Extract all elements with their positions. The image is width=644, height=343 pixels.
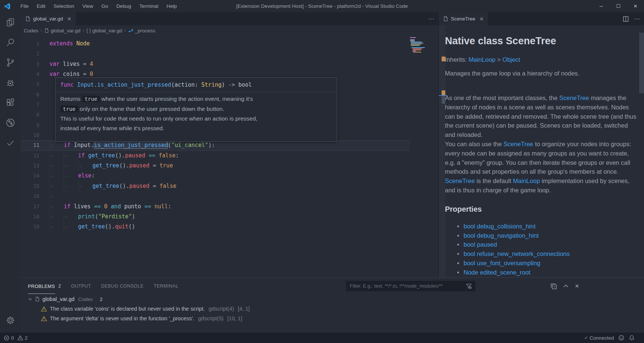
problem-message: The argument 'delta' is never used in th… — [50, 315, 194, 321]
doc-property-link[interactable]: bool debug_collisions_hint — [464, 223, 536, 230]
menu-item-help[interactable]: Help — [162, 0, 181, 12]
close-window-button[interactable]: ✕ — [627, 0, 644, 12]
doc-property-link[interactable]: bool use_font_oversampling — [464, 260, 540, 266]
doc-property-link[interactable]: bool refuse_new_network_connections — [464, 250, 570, 257]
scenetree-doc-panel[interactable]: Native class SceneTree Inherits: MainLoo… — [439, 25, 644, 278]
tab-scenetree[interactable]: SceneTree ✕ — [439, 12, 488, 25]
panel-tab-problems[interactable]: PROBLEMS2 — [28, 278, 61, 294]
code-line-15[interactable]: 15→→→get_tree().paused = false — [21, 181, 438, 191]
breadcrumb-item-codes[interactable]: Codes — [24, 28, 38, 33]
code-line-13[interactable]: 13→→→get_tree().paused = true — [21, 161, 438, 171]
menu-item-terminal[interactable]: Terminal — [135, 0, 162, 12]
status-problems[interactable]: 0 2 — [4, 333, 28, 343]
problems-filter-input[interactable]: Filter. E.g.: text, **/*.ts, !**/node_mo… — [346, 281, 475, 291]
line-number: 3 — [21, 59, 39, 69]
close-tab-icon[interactable]: ✕ — [67, 16, 71, 22]
more-actions-icon[interactable]: ⋯ — [428, 15, 435, 22]
maximize-button[interactable]: ☐ — [610, 0, 627, 12]
menu-bar: FileEditSelectionViewGoDebugTerminalHelp — [16, 0, 181, 12]
minimize-button[interactable]: ─ — [593, 0, 610, 12]
panel-tab-output[interactable]: OUTPUT — [71, 278, 91, 294]
code-line-1[interactable]: 1extends Node — [21, 39, 438, 49]
problem-location: [4, 1] — [238, 306, 250, 312]
breadcrumb-item-global_var-gd[interactable]: { }global_var.gd — [86, 28, 122, 33]
doc-scrollbar[interactable] — [639, 33, 644, 93]
breadcrumb-item-_process[interactable]: _process — [128, 28, 156, 33]
source-control-icon[interactable] — [0, 52, 21, 73]
code-line-16[interactable]: 16→ — [21, 191, 438, 201]
code-line-12[interactable]: 12→→if get_tree().paused == false: — [21, 151, 438, 161]
code-editor[interactable]: 1extends Node23var lives = 44var coins =… — [21, 36, 438, 278]
menu-item-go[interactable]: Go — [97, 0, 112, 12]
code-line-17[interactable]: 17→if lives == 0 and punto == null: — [21, 202, 438, 212]
doc-link-scenetree[interactable]: SceneTree — [445, 177, 475, 184]
more-actions-icon[interactable]: ⋯ — [634, 15, 640, 22]
tab-whitespace: → — [49, 202, 64, 212]
breadcrumb-item-global_var-gd[interactable]: global_var.gd — [44, 28, 80, 33]
problems-count-badge: 2 — [58, 283, 61, 289]
maximize-panel-icon[interactable] — [563, 283, 569, 289]
code-token: get_tree — [92, 162, 119, 169]
notifications-bell-icon[interactable] — [629, 335, 635, 341]
doc-link-object[interactable]: Object — [503, 56, 520, 63]
code-token: lives — [70, 203, 94, 210]
code-token: = — [153, 183, 156, 189]
circle-branch-icon[interactable] — [0, 113, 21, 133]
line-number: 15 — [21, 181, 39, 191]
tab-global-var-gd[interactable]: global_var.gd ✕ — [21, 12, 76, 25]
explorer-icon[interactable] — [0, 12, 21, 32]
doc-link-mainloop[interactable]: MainLoop — [513, 177, 540, 184]
code-line-2[interactable]: 2 — [21, 49, 438, 59]
code-token: print — [78, 213, 95, 220]
code-line-19[interactable]: 19→→get_tree().quit() — [21, 222, 438, 232]
doc-summary: Manages the game loop via a hierarchy of… — [445, 70, 637, 77]
split-editor-icon[interactable] — [623, 16, 629, 22]
line-number: 14 — [21, 171, 39, 181]
menu-item-debug[interactable]: Debug — [112, 0, 135, 12]
panel-tab-debug-console[interactable]: DEBUG CONSOLE — [101, 278, 144, 294]
panel-tab-terminal[interactable]: TERMINAL — [154, 278, 178, 294]
doc-link-scenetree[interactable]: SceneTree — [503, 141, 533, 147]
settings-gear-icon[interactable] — [0, 315, 21, 325]
code-token: if — [64, 142, 70, 148]
testing-icon[interactable] — [0, 133, 21, 153]
code-line-18[interactable]: 18→→print("Perdiste") — [21, 212, 438, 222]
doc-property-link[interactable]: bool debug_navigation_hint — [464, 232, 539, 239]
extensions-icon[interactable] — [0, 93, 21, 113]
title-bar: FileEditSelectionViewGoDebugTerminalHelp… — [0, 0, 644, 12]
feedback-smiley-icon[interactable] — [618, 335, 624, 341]
tab-whitespace: → — [49, 141, 64, 151]
doc-property-link[interactable]: bool paused — [464, 241, 497, 248]
line-number: 5 — [21, 79, 39, 89]
run-and-debug-icon[interactable] — [0, 73, 21, 93]
hover-signature: func Input.is_action_just_pressed(action… — [55, 78, 337, 91]
doc-link-mainloop[interactable]: MainLoop — [468, 56, 495, 63]
close-tab-icon[interactable]: ✕ — [480, 16, 484, 22]
filter-icon[interactable] — [466, 283, 472, 289]
doc-link-scenetree[interactable]: SceneTree — [559, 94, 589, 101]
menu-item-selection[interactable]: Selection — [49, 0, 79, 12]
code-line-3[interactable]: 3var lives = 4 — [21, 59, 438, 69]
code-token: true — [160, 162, 173, 169]
doc-paragraph: As one of the most important classes, th… — [445, 93, 637, 140]
editor-actions: ⋯ — [428, 12, 435, 25]
collapse-all-icon[interactable] — [551, 283, 557, 289]
connection-status[interactable]: ✓ Connected — [584, 335, 614, 341]
code-token: 0 — [101, 203, 108, 210]
doc-property-link[interactable]: Node edited_scene_root — [464, 269, 531, 276]
menu-item-view[interactable]: View — [79, 0, 97, 12]
menu-item-edit[interactable]: Edit — [33, 0, 49, 12]
problems-file-row[interactable]: global_var.gdCodes2 — [21, 294, 644, 304]
errors-icon — [4, 335, 9, 341]
menu-item-file[interactable]: File — [16, 0, 33, 12]
status-right: ✓ Connected — [584, 333, 635, 343]
problem-row[interactable]: The class variable 'coins' is declared b… — [21, 304, 644, 314]
line-number: 8 — [21, 110, 39, 120]
search-icon[interactable] — [0, 32, 21, 52]
close-panel-icon[interactable]: ✕ — [575, 283, 579, 289]
code-token: (). — [119, 162, 129, 169]
minimap[interactable] — [410, 37, 430, 55]
code-line-11[interactable]: 11→if Input.is_action_just_pressed("ui_c… — [21, 140, 410, 150]
code-line-14[interactable]: 14→→else: — [21, 171, 438, 181]
problem-row[interactable]: The argument 'delta' is never used in th… — [21, 314, 644, 323]
